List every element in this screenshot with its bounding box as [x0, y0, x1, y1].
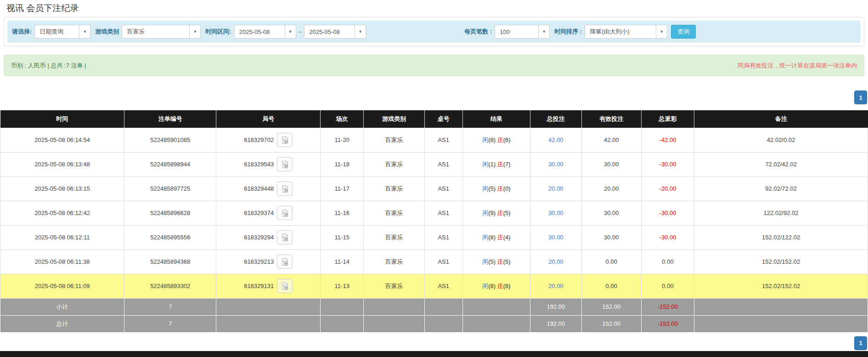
banker-result-label: 庄 — [497, 136, 503, 143]
player-result-label: 闲 — [482, 283, 488, 289]
query-type-select[interactable]: 日期查询 ▼ — [34, 25, 90, 39]
cell-table-no: AS1 — [424, 128, 462, 152]
cell-total-bet: 20.00 — [530, 249, 581, 274]
player-result-label: 闲 — [482, 185, 488, 192]
banker-result-score: (0) — [503, 185, 511, 192]
cell-round-id: 618329213 — [216, 249, 321, 274]
cell-game: 百家乐 — [364, 225, 424, 249]
video-replay-button[interactable] — [277, 206, 293, 220]
video-replay-icon — [281, 209, 289, 217]
per-page-select[interactable]: 100 ▼ — [495, 25, 550, 39]
cell-valid-bet: 0.00 — [581, 274, 641, 298]
cell-time: 2025-05-08 06:13:48 — [0, 152, 124, 176]
col-header-7: 总投注 — [530, 110, 581, 128]
round-id-text: 618329448 — [244, 185, 274, 192]
cell-result: 闲(8) 庄(8) — [462, 274, 530, 298]
round-id-text: 618329213 — [244, 258, 274, 265]
total-bet-link[interactable]: 30.00 — [548, 234, 564, 241]
col-header-3: 场次 — [321, 110, 364, 128]
cell-time: 2025-05-08 06:11:09 — [0, 274, 124, 298]
page-1-button[interactable]: 1 — [854, 91, 867, 104]
video-replay-button[interactable] — [277, 133, 293, 147]
video-replay-icon — [281, 258, 289, 266]
cell-result: 闲(8) 庄(4) — [462, 225, 530, 249]
game-category-select[interactable]: 百家乐 ▼ — [122, 25, 201, 39]
table-row: 2025-05-08 06:13:15522485897725618329448… — [0, 176, 868, 201]
cell-session: 11-16 — [321, 201, 364, 225]
total-bet-link[interactable]: 30.00 — [548, 210, 564, 216]
cell-payout: -42.00 — [641, 128, 694, 152]
date-to-select[interactable]: 2025-05-08 ▼ — [304, 25, 366, 39]
video-replay-icon — [281, 136, 289, 144]
summary-valid-bet: 152.00 — [581, 298, 641, 315]
banker-result-score: (4) — [503, 234, 511, 241]
banker-result-label: 庄 — [497, 185, 503, 192]
total-bet-link[interactable]: 20.00 — [548, 258, 564, 265]
time-sort-select[interactable]: 降冪(由大到小) ▼ — [585, 25, 667, 39]
video-replay-icon — [281, 185, 289, 193]
valid-bet-note: 同局有效投注，统一计算在该局第一张注单内 — [738, 62, 857, 70]
cell-bet-id: 522485894368 — [124, 249, 216, 274]
video-replay-button[interactable] — [277, 279, 293, 293]
cell-payout: -30.00 — [641, 152, 694, 176]
chevron-down-icon: ▼ — [79, 25, 90, 38]
table-row: 2025-05-08 06:11:09522485893302618329131… — [0, 274, 868, 298]
player-result-score: (5) — [488, 185, 496, 192]
cell-bet-id: 522485895556 — [124, 225, 216, 249]
cell-result: 闲(5) 庄(0) — [462, 176, 530, 201]
cell-time: 2025-05-08 06:13:15 — [0, 176, 124, 201]
table-row: 2025-05-08 06:12:42522485896628618329374… — [0, 201, 868, 225]
page-1-button[interactable]: 1 — [854, 336, 867, 350]
col-header-6: 结果 — [462, 110, 530, 128]
cell-remark: 72.02/42.02 — [694, 152, 868, 176]
cell-time: 2025-05-08 06:12:11 — [0, 225, 124, 249]
summary-empty-game — [364, 298, 424, 315]
pagination-top: 1 — [0, 91, 867, 104]
cell-valid-bet: 30.00 — [581, 225, 641, 249]
banker-result-label: 庄 — [497, 258, 503, 265]
cell-game: 百家乐 — [364, 128, 424, 152]
cell-total-bet: 20.00 — [530, 176, 581, 201]
cell-round-id: 618329374 — [216, 201, 321, 225]
video-replay-button[interactable] — [277, 157, 293, 171]
per-page-value: 100 — [495, 28, 538, 35]
chevron-down-icon: ▼ — [189, 25, 200, 38]
round-id-text: 618329294 — [244, 234, 274, 241]
cell-remark: 152.02/122.02 — [694, 225, 868, 249]
col-header-2: 局号 — [216, 110, 321, 128]
video-replay-button[interactable] — [277, 255, 293, 269]
banker-result-label: 庄 — [497, 210, 503, 216]
total-bet-link[interactable]: 20.00 — [548, 185, 564, 192]
time-range-label: 时间区间: — [205, 28, 231, 36]
video-replay-button[interactable] — [277, 181, 293, 196]
summary-total-bet: 192.00 — [530, 298, 581, 315]
search-button[interactable]: 查询 — [671, 25, 696, 39]
banker-result-score: (5) — [503, 210, 511, 216]
total-bet-link[interactable]: 42.00 — [548, 136, 564, 143]
col-header-0: 时间 — [0, 110, 124, 128]
summary-empty-result — [462, 315, 530, 332]
date-from-select[interactable]: 2025-05-08 ▼ — [234, 25, 296, 39]
cell-bet-id: 522485893302 — [124, 274, 216, 298]
info-bar: 币别 : 人民币 | 总共 :7 注单 | 同局有效投注，统一计算在该局第一张注… — [4, 55, 864, 76]
footer-bar — [0, 351, 868, 357]
summary-empty-table — [424, 315, 462, 332]
summary-empty-result — [462, 298, 530, 315]
cell-result: 闲(5) 庄(5) — [462, 249, 530, 274]
total-bet-link[interactable]: 20.00 — [548, 283, 564, 289]
player-result-label: 闲 — [482, 136, 488, 143]
cell-payout: 0.00 — [641, 249, 694, 274]
cell-result: 闲(9) 庄(5) — [462, 201, 530, 225]
cell-game: 百家乐 — [364, 152, 424, 176]
video-replay-button[interactable] — [277, 230, 293, 244]
banker-result-score: (7) — [503, 161, 511, 168]
chevron-down-icon: ▼ — [355, 25, 366, 38]
cell-session: 11-15 — [321, 225, 364, 249]
player-result-score: (9) — [488, 210, 496, 216]
player-result-label: 闲 — [482, 210, 488, 216]
video-replay-icon — [281, 282, 289, 290]
total-bet-link[interactable]: 30.00 — [548, 161, 564, 168]
cell-remark: 122.02/92.02 — [694, 201, 868, 225]
cell-table-no: AS1 — [424, 176, 462, 201]
summary-row: 小计7192.00152.00-152.00 — [0, 298, 868, 315]
